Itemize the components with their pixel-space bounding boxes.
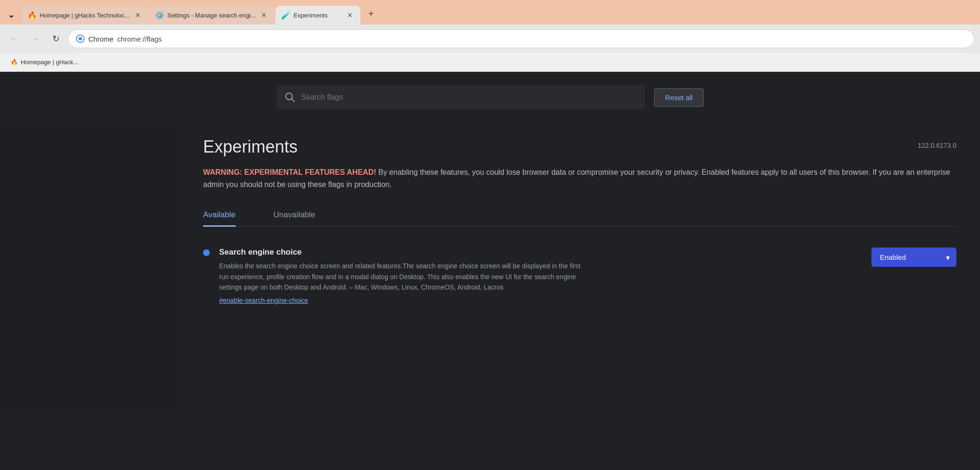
tab-favicon-1: 🔥 [27, 11, 36, 19]
browser-tab-3[interactable]: 🧪 Experiments ✕ [275, 6, 360, 25]
tab-bar: 🔥 Homepage | gHacks Technoloc... ✕ ⚙️ Se… [0, 0, 980, 25]
content-area: Experiments 122.0.6173.0 WARNING: EXPERI… [179, 123, 980, 412]
forward-button[interactable]: → [26, 30, 43, 47]
svg-line-3 [292, 99, 295, 102]
search-icon [285, 92, 295, 103]
flag-item-search-engine-choice: Search engine choice Enables the search … [203, 240, 956, 312]
tab-favicon-2: ⚙️ [155, 11, 163, 19]
warning-highlight: WARNING: EXPERIMENTAL FEATURES AHEAD! [203, 168, 376, 176]
tab-close-1[interactable]: ✕ [133, 10, 143, 20]
address-url: chrome://flags [117, 35, 162, 43]
bookmarks-bar: 🔥 Homepage | gHack... [0, 53, 980, 72]
browser-tab-2[interactable]: ⚙️ Settings - Manage search engi... ✕ [149, 6, 274, 25]
page-title: Experiments [203, 137, 298, 157]
search-row: Reset all [0, 72, 980, 123]
flag-content: Search engine choice Enables the search … [219, 248, 862, 305]
toolbar: ← → ↻ Chrome chrome://flags [0, 25, 980, 53]
tab-title-1: Homepage | gHacks Technoloc... [40, 12, 129, 19]
address-brand: Chrome [88, 35, 113, 43]
bookmark-favicon-1: 🔥 [10, 59, 18, 66]
reload-button[interactable]: ↻ [47, 30, 64, 47]
flag-dot [203, 249, 210, 256]
search-flags-input[interactable] [301, 93, 636, 102]
tab-bar-left [4, 9, 19, 25]
version-number: 122.0.6173.0 [918, 137, 956, 149]
svg-point-1 [78, 37, 82, 40]
warning-text: WARNING: EXPERIMENTAL FEATURES AHEAD! By… [203, 166, 956, 190]
tab-close-3[interactable]: ✕ [345, 10, 355, 20]
tab-title-3: Experiments [293, 12, 341, 19]
bookmark-title-1: Homepage | gHack... [21, 59, 78, 66]
flag-control: Default Disabled Enabled [871, 248, 956, 267]
tab-dropdown-button[interactable] [4, 9, 19, 25]
back-button[interactable]: ← [6, 30, 23, 47]
tab-available[interactable]: Available [203, 205, 236, 227]
flag-name: Search engine choice [219, 248, 862, 257]
flag-link[interactable]: #enable-search-engine-choice [219, 297, 308, 304]
search-box [276, 85, 645, 110]
flag-select[interactable]: Default Disabled Enabled [871, 248, 956, 267]
bookmark-item-1[interactable]: 🔥 Homepage | gHack... [6, 57, 83, 68]
experiments-header: Experiments 122.0.6173.0 [203, 137, 956, 157]
tab-close-2[interactable]: ✕ [259, 10, 269, 20]
browser-tab-1[interactable]: 🔥 Homepage | gHacks Technoloc... ✕ [22, 6, 148, 25]
flag-select-wrapper: Default Disabled Enabled [871, 248, 956, 267]
reset-all-button[interactable]: Reset all [654, 88, 703, 107]
tabs-row: Available Unavailable [203, 205, 956, 227]
tab-unavailable[interactable]: Unavailable [273, 205, 315, 227]
page-content: Reset all Experiments 122.0.6173.0 WARNI… [0, 72, 980, 412]
sidebar [0, 123, 179, 412]
main-layout: Experiments 122.0.6173.0 WARNING: EXPERI… [0, 123, 980, 412]
address-bar[interactable]: Chrome chrome://flags [68, 29, 974, 48]
new-tab-button[interactable]: + [363, 6, 378, 21]
flag-description: Enables the search engine choice screen … [219, 261, 588, 292]
tab-title-2: Settings - Manage search engi... [167, 12, 256, 19]
address-favicon [76, 34, 85, 43]
tab-favicon-3: 🧪 [281, 11, 290, 19]
